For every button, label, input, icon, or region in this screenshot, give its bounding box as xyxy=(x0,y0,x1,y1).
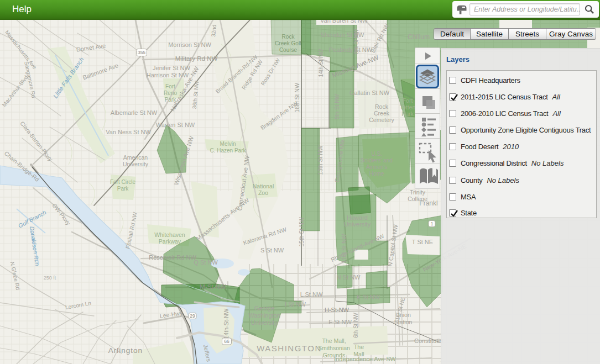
svg-text:S St NW: S St NW xyxy=(260,247,284,254)
svg-text:66: 66 xyxy=(224,339,229,344)
svg-text:Chillum: Chillum xyxy=(408,33,430,41)
svg-text:Gallatin St NW: Gallatin St NW xyxy=(349,89,390,96)
svg-text:Howard: Howard xyxy=(347,214,368,221)
svg-text:Jenifer St NW: Jenifer St NW xyxy=(153,65,190,71)
svg-text:L St NW: L St NW xyxy=(300,291,323,298)
svg-text:Park: Park xyxy=(117,186,129,192)
svg-text:N St NW: N St NW xyxy=(337,274,361,281)
svg-text:Cemetery: Cemetery xyxy=(369,117,394,123)
svg-text:Independence Ave SW: Independence Ave SW xyxy=(334,356,396,362)
svg-text:Harrison St NW: Harrison St NW xyxy=(147,72,189,78)
svg-text:The: The xyxy=(354,344,364,350)
svg-text:Whitehaven: Whitehaven xyxy=(154,231,185,238)
svg-text:U.S.: U.S. xyxy=(371,151,382,157)
svg-text:F St NW: F St NW xyxy=(328,319,352,325)
svg-text:Van Ness St NW: Van Ness St NW xyxy=(106,129,151,135)
svg-text:Trinity: Trinity xyxy=(410,189,426,196)
svg-text:University: University xyxy=(344,221,371,228)
svg-text:Park: Park xyxy=(401,110,414,117)
svg-text:Fort Circle: Fort Circle xyxy=(110,179,136,185)
svg-text:Fort: Fort xyxy=(403,97,413,104)
svg-text:National: National xyxy=(253,183,274,189)
svg-text:Melvin: Melvin xyxy=(220,141,236,147)
svg-text:Parkway: Parkway xyxy=(159,238,181,245)
svg-text:14th-St-NW: 14th-St-NW xyxy=(223,308,229,339)
svg-text:The Mall,: The Mall, xyxy=(322,337,346,344)
svg-text:Soldiers' and: Soldiers' and xyxy=(361,157,393,163)
svg-text:Arlington: Arlington xyxy=(108,346,143,355)
svg-text:Smithsonian: Smithsonian xyxy=(318,345,350,351)
svg-text:9th St NW: 9th St NW xyxy=(334,94,340,119)
svg-text:13th St NW: 13th St NW xyxy=(317,145,324,175)
svg-text:Morrison St NW: Morrison St NW xyxy=(168,41,211,48)
svg-text:Creek Golf: Creek Golf xyxy=(275,40,301,46)
svg-text:Constitutio: Constitutio xyxy=(414,337,443,344)
svg-text:32nd: 32nd xyxy=(210,24,217,37)
svg-text:1: 1 xyxy=(431,221,434,226)
svg-text:M-St-NW: M-St-NW xyxy=(200,283,226,290)
svg-text:American: American xyxy=(123,154,148,161)
svg-text:University: University xyxy=(123,161,149,167)
svg-text:University: University xyxy=(251,319,278,326)
svg-text:Airmen's: Airmen's xyxy=(366,164,388,170)
svg-text:Peabody St NW: Peabody St NW xyxy=(329,46,373,53)
svg-text:16th St NW: 16th St NW xyxy=(294,83,300,113)
svg-text:Frankl: Frankl xyxy=(419,199,437,207)
svg-text:14th St NW: 14th St NW xyxy=(318,49,324,77)
svg-text:Washington: Washington xyxy=(248,312,280,319)
svg-text:Home: Home xyxy=(369,171,384,177)
svg-text:Q St NW: Q St NW xyxy=(194,259,218,266)
svg-text:Totten: Totten xyxy=(400,104,416,110)
svg-text:H-St-NW: H-St-NW xyxy=(325,307,349,313)
svg-text:Reservoir Rd NW: Reservoir Rd NW xyxy=(149,254,196,261)
svg-text:11th St NW: 11th St NW xyxy=(341,234,347,263)
svg-text:George: George xyxy=(254,305,275,312)
svg-text:WASHINGTON: WASHINGTON xyxy=(257,344,322,353)
svg-text:Zoo: Zoo xyxy=(258,189,268,196)
svg-text:I St NW: I St NW xyxy=(285,301,306,308)
svg-text:Creek: Creek xyxy=(374,110,390,117)
svg-text:C. Hazen Park: C. Hazen Park xyxy=(210,147,246,154)
svg-text:Albemarle St NW: Albemarle St NW xyxy=(111,109,158,116)
svg-text:6th St NW: 6th St NW xyxy=(353,313,359,338)
svg-text:8th St NW: 8th St NW xyxy=(353,29,359,54)
svg-text:Union: Union xyxy=(395,312,411,318)
svg-text:K St NW: K St NW xyxy=(357,294,380,300)
svg-text:Station: Station xyxy=(394,319,413,325)
svg-text:Course: Course xyxy=(279,47,298,53)
svg-text:Rock: Rock xyxy=(375,103,389,110)
svg-text:T St NE: T St NE xyxy=(412,239,433,245)
svg-text:Reno: Reno xyxy=(164,90,177,96)
svg-text:250 ft: 250 ft xyxy=(44,275,56,281)
svg-text:29: 29 xyxy=(190,313,195,319)
svg-text:15th St NW: 15th St NW xyxy=(298,217,305,247)
svg-text:355: 355 xyxy=(138,50,145,55)
svg-text:Rock: Rock xyxy=(282,34,295,40)
svg-text:Warren St NW: Warren St NW xyxy=(156,122,195,128)
svg-text:Fort: Fort xyxy=(165,83,175,89)
svg-text:Military Rd NW: Military Rd NW xyxy=(175,55,218,62)
